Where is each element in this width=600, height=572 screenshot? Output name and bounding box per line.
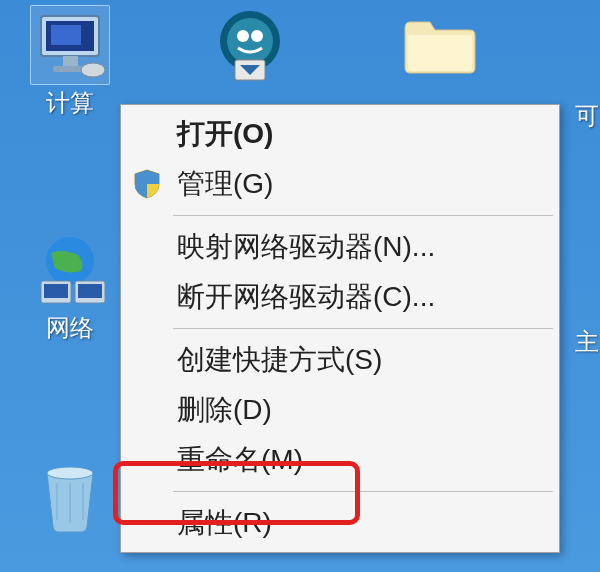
desktop-icon-network-label: 网络 — [10, 312, 130, 344]
desktop-icon-folder[interactable] — [380, 5, 500, 85]
desktop-icon-network[interactable]: 网络 — [10, 230, 130, 344]
svg-point-7 — [227, 18, 273, 64]
blank-icon — [127, 340, 167, 380]
desktop-icon-app[interactable] — [190, 5, 310, 85]
menu-item-create-shortcut[interactable]: 创建快捷方式(S) — [123, 335, 557, 385]
blank-icon — [127, 277, 167, 317]
blank-icon — [127, 390, 167, 430]
recycle-bin-icon — [30, 455, 110, 535]
desktop-icon-computer-label: 计算 — [10, 87, 130, 119]
svg-point-16 — [47, 467, 93, 479]
svg-rect-3 — [63, 56, 78, 66]
svg-point-9 — [251, 30, 263, 42]
computer-icon — [30, 5, 110, 85]
menu-item-delete[interactable]: 删除(D) — [123, 385, 557, 435]
desktop-icon-recycle[interactable] — [10, 455, 130, 535]
blank-icon — [127, 114, 167, 154]
menu-separator — [173, 491, 553, 492]
blank-icon — [127, 440, 167, 480]
svg-point-8 — [237, 30, 249, 42]
menu-item-map-drive[interactable]: 映射网络驱动器(N)... — [123, 222, 557, 272]
menu-item-rename[interactable]: 重命名(M) — [123, 435, 557, 485]
menu-item-open[interactable]: 打开(O) — [123, 109, 557, 159]
menu-item-manage[interactable]: 管理(G) — [123, 159, 557, 209]
menu-separator — [173, 328, 553, 329]
svg-point-5 — [81, 63, 105, 77]
menu-item-properties[interactable]: 属性(R) — [123, 498, 557, 548]
folder-icon — [400, 5, 480, 85]
svg-rect-2 — [51, 25, 81, 45]
app-icon — [210, 5, 290, 85]
desktop-icon-computer[interactable]: 计算 — [10, 5, 130, 119]
context-menu: 打开(O) 管理(G) 映射网络驱动器(N)... 断开网络驱动器(C)... … — [120, 104, 560, 553]
menu-separator — [173, 215, 553, 216]
partial-label-2: 主 — [575, 326, 599, 358]
blank-icon — [127, 227, 167, 267]
partial-label-1: 可 — [575, 100, 599, 132]
blank-icon — [127, 503, 167, 543]
svg-rect-13 — [44, 284, 68, 298]
shield-icon — [127, 164, 167, 204]
menu-item-disconnect-drive[interactable]: 断开网络驱动器(C)... — [123, 272, 557, 322]
network-icon — [30, 230, 110, 310]
svg-rect-15 — [78, 284, 102, 298]
